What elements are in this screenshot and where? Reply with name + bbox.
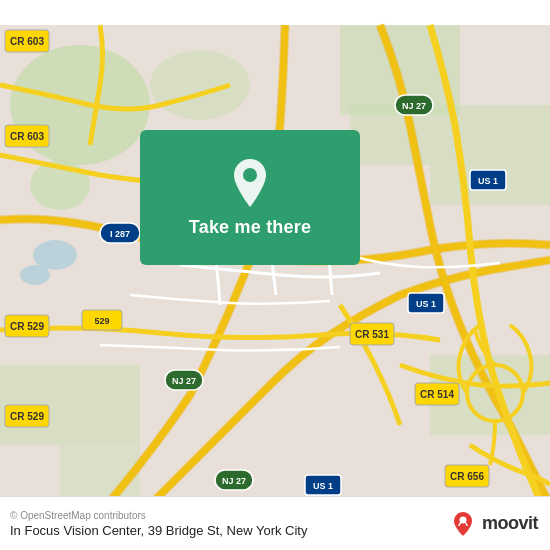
location-pin-icon <box>228 157 272 209</box>
svg-text:NJ 27: NJ 27 <box>402 101 426 111</box>
svg-text:CR 531: CR 531 <box>355 329 389 340</box>
svg-text:I 287: I 287 <box>110 229 130 239</box>
copyright-text: © OpenStreetMap contributors <box>10 510 307 521</box>
location-text: In Focus Vision Center, 39 Bridge St, Ne… <box>10 523 307 538</box>
svg-text:CR 514: CR 514 <box>420 389 454 400</box>
svg-text:US 1: US 1 <box>478 176 498 186</box>
svg-text:US 1: US 1 <box>313 481 333 491</box>
bottom-bar: © OpenStreetMap contributors In Focus Vi… <box>0 496 550 550</box>
svg-text:CR 603: CR 603 <box>10 36 44 47</box>
svg-text:CR 529: CR 529 <box>10 411 44 422</box>
svg-point-44 <box>243 168 257 182</box>
moovit-logo: moovit <box>449 510 538 538</box>
svg-text:NJ 27: NJ 27 <box>222 476 246 486</box>
bottom-left-info: © OpenStreetMap contributors In Focus Vi… <box>10 510 307 538</box>
moovit-brand-text: moovit <box>482 513 538 534</box>
svg-text:US 1: US 1 <box>416 299 436 309</box>
svg-text:CR 603: CR 603 <box>10 131 44 142</box>
svg-point-11 <box>20 265 50 285</box>
map-container: CR 603 CR 603 I 287 NJ 27 NJ 27 NJ 27 US… <box>0 0 550 550</box>
take-me-there-button[interactable]: Take me there <box>140 130 360 265</box>
moovit-brand-icon <box>449 510 477 538</box>
take-me-there-label: Take me there <box>189 217 311 238</box>
svg-text:NJ 27: NJ 27 <box>172 376 196 386</box>
map-background: CR 603 CR 603 I 287 NJ 27 NJ 27 NJ 27 US… <box>0 0 550 550</box>
svg-text:CR 656: CR 656 <box>450 471 484 482</box>
svg-text:CR 529: CR 529 <box>10 321 44 332</box>
svg-point-6 <box>150 50 250 120</box>
svg-text:529: 529 <box>94 316 109 326</box>
